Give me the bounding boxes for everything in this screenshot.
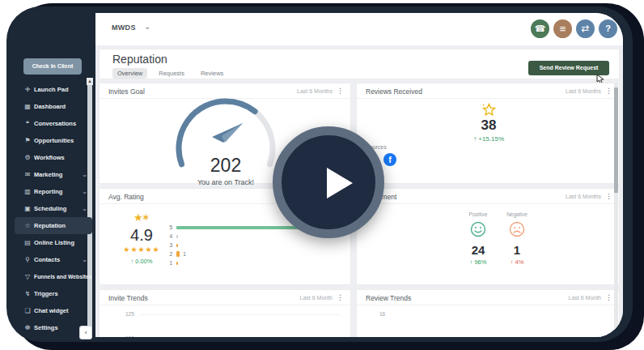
date-range-label[interactable]: Last 6 Months [566,88,601,94]
account-switcher[interactable]: MWDS [112,23,136,32]
kebab-menu-icon[interactable]: ⋮ [605,87,612,95]
reviews-received-card: Reviews Received Last 6 Months ⋮ 38 ↑ +1… [356,83,620,184]
dashboard-icon: ▦ [21,103,34,110]
switch-account-icon[interactable]: ⇄ [576,19,595,38]
tab-bar: Overview Requests Reviews [112,68,228,79]
rating-bar [176,251,180,257]
sidebar-item-triggers[interactable]: ↯Triggers [15,285,92,302]
sidebar-item-launch-pad[interactable]: ✛Launch Pad [15,81,92,98]
tab-reviews[interactable]: Reviews [196,68,228,79]
avg-rating-change: ↑ 0.00% [117,258,166,265]
five-stars: ★★★★★ [117,245,166,254]
kebab-menu-icon[interactable]: ⋮ [337,293,344,301]
y-tick-100: 100 [125,335,134,337]
date-range-label[interactable]: Last 6 Months [566,194,601,199]
gear-nodes-icon: ⚙ [21,154,34,161]
sidebar-nav: ✛Launch Pad ▦Dashboard ❝Conversations ⚑O… [15,81,92,336]
flag-icon: ⚑ [21,137,34,144]
tab-requests[interactable]: Requests [154,68,189,79]
list-icon[interactable]: ≡ [553,19,572,38]
card-header: Invites Goal Last 6 Months ⋮ [100,83,350,99]
sidebar-item-reputation[interactable]: ☆Reputation [15,217,92,234]
sentiment-card: Sentiment Last 6 Months ⋮ Positive 24 ↑ … [356,188,620,285]
envelope-icon: ✉ [21,171,34,178]
rating-bar [176,244,178,247]
sidebar-item-chat-widget[interactable]: ❏Chat widget [15,302,92,319]
rating-row-4: 4 [164,232,313,241]
play-icon [327,168,353,198]
chevron-down-icon: ⌄ [82,256,87,263]
chevron-down-icon: ⌄ [82,205,87,212]
launch-pad-icon: ✛ [21,86,34,93]
tab-overview[interactable]: Overview [112,68,147,79]
sidebar-item-opportunities[interactable]: ⚑Opportunities [15,132,92,149]
star-icon: ☆ [21,222,34,229]
rating-bar [176,262,178,265]
calendar-icon: ▣ [21,205,34,212]
chat-bubble-icon: ❝ [21,120,34,127]
card-header: Sentiment Last 6 Months ⋮ [357,189,619,204]
bolt-icon: ↯ [21,290,34,297]
sidebar-item-conversations[interactable]: ❝Conversations [15,115,92,132]
sidebar-item-contacts[interactable]: ⚲Contacts⌄ [15,251,92,268]
sidebar-item-funnels-and-websites[interactable]: ▽Funnels and Websites [15,268,92,285]
y-tick-16: 16 [379,311,385,317]
frowny-face-icon [493,221,541,241]
kebab-menu-icon[interactable]: ⋮ [605,192,612,200]
rating-bar [176,226,304,229]
chevron-down-icon: ⌄ [82,171,87,178]
marketing-screenshot-stage: Check In Client ▲ ✛Launch Pad ▦Dashboard… [0,0,644,350]
card-header: Review Trends Last 6 Month ⋮ [357,290,619,305]
reviews-received-change: ↑ +15.15% [357,135,621,143]
person-icon: ⚲ [21,256,34,263]
topbar: MWDS ⌄ ☎ ≡ ⇄ ? [95,13,623,45]
date-range-label[interactable]: Last 6 Month [569,295,601,301]
listing-icon: ▤ [21,239,34,246]
facebook-icon[interactable]: f [383,153,396,166]
chevron-down-icon: ⌄ [82,188,87,195]
help-icon[interactable]: ? [599,19,617,38]
negative-value: 1 [493,243,541,257]
check-in-client-button[interactable]: Check In Client [23,58,82,75]
date-range-label[interactable]: Last 6 Month [300,295,333,301]
y-tick-125: 125 [125,311,134,317]
content-scrollbar-thumb[interactable] [614,88,618,193]
sentiment-negative: Negative 1 ↑ 4% [493,211,541,266]
avg-rating-value: 4.9 [117,226,166,245]
sidebar-collapse-button[interactable]: ‹ [79,326,92,339]
kebab-menu-icon[interactable]: ⋮ [605,293,612,301]
reviews-received-value: 38 [357,117,621,134]
funnel-icon: ▽ [21,273,34,280]
kebab-menu-icon[interactable]: ⋮ [337,87,344,95]
page-header-card: Reputation Overview Requests Reviews Sen… [99,49,620,79]
gridline [140,314,341,315]
rating-row-3: 3 [164,241,313,250]
sidebar-item-marketing[interactable]: ✉Marketing⌄ [15,166,92,183]
chart-icon: ▥ [21,188,34,195]
card-header: Reviews Received Last 6 Months ⋮ [357,83,619,99]
negative-change: ↑ 4% [493,258,541,266]
sidebar-item-dashboard[interactable]: ▦Dashboard [15,98,92,115]
invite-trends-card: Invite Trends Last 6 Month ⋮ 125 100 [99,289,351,337]
date-range-label[interactable]: Last 6 Months [297,88,333,94]
chat-widget-icon: ❏ [21,307,34,314]
review-trends-card: Review Trends Last 6 Month ⋮ 16 [356,289,620,337]
settings-icon: ☸ [21,324,34,331]
rating-row-2: 21 [164,250,313,258]
sidebar-item-scheduling[interactable]: ▣Scheduling⌄ [15,200,92,217]
rating-bar [176,235,178,238]
card-header: Invite Trends Last 6 Month ⋮ [100,290,350,305]
sidebar-item-workflows[interactable]: ⚙Workflows [15,149,92,166]
paper-plane-icon [212,123,243,143]
rating-distribution-chart: 537 4 3 21 1 [164,223,313,267]
chevron-down-icon[interactable]: ⌄ [144,22,150,31]
page-title: Reputation [112,53,167,66]
rating-row-1: 1 [164,258,313,267]
sidebar-item-reporting[interactable]: ▥Reporting⌄ [15,183,92,200]
sidebar-item-online-listing[interactable]: ▤Online Listing [15,234,92,251]
stars-cluster-icon: ★✶ [133,211,149,224]
video-play-button[interactable] [273,126,384,238]
phone-icon[interactable]: ☎ [531,19,549,38]
